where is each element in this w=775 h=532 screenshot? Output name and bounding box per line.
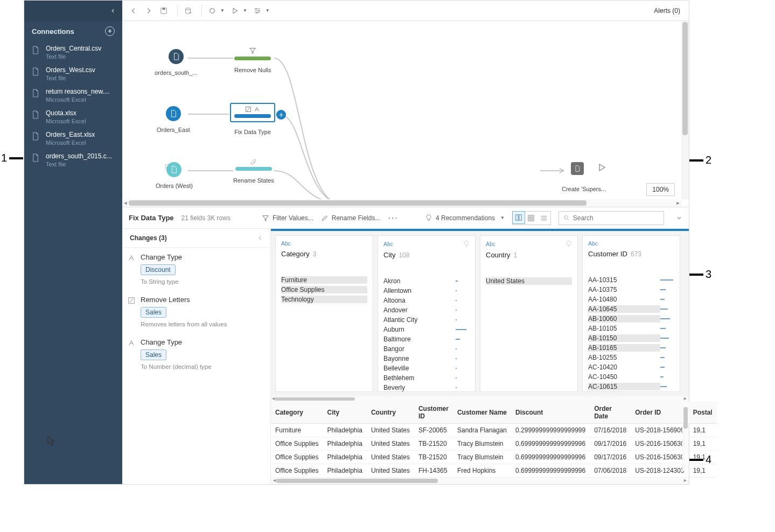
flow-horizontal-scrollbar[interactable]: ◄ ► — [122, 199, 681, 207]
settings-sliders-icon[interactable] — [252, 5, 263, 17]
profile-value[interactable]: Bethlehem — [383, 373, 470, 383]
scroll-right-icon[interactable]: ► — [675, 199, 681, 207]
cards-horizontal-scrollbar[interactable]: ◄ ► — [271, 396, 689, 402]
profile-value[interactable]: AA-10645 — [588, 304, 674, 314]
sidebar-collapse-button[interactable] — [24, 1, 122, 21]
profile-value[interactable]: AB-10150 — [588, 333, 674, 343]
profile-value[interactable]: Altoona — [383, 296, 470, 305]
grid-header[interactable]: Customer Name — [453, 402, 511, 424]
flow-pane[interactable]: orders_south_... Remove Nulls Orders_Eas… — [122, 21, 689, 207]
profile-value[interactable]: Akron — [383, 276, 470, 286]
profile-value[interactable]: United States — [486, 276, 572, 286]
run-output-icon[interactable] — [597, 162, 606, 173]
search-input[interactable] — [573, 214, 659, 222]
profile-value[interactable]: Bayonne — [383, 354, 470, 363]
profile-card-country[interactable]: Abc Country1 United States — [480, 235, 578, 392]
filter-values-button[interactable]: Filter Values... — [262, 214, 313, 222]
flow-step-fix-data-type[interactable]: Fix Data Type — [230, 103, 275, 135]
profile-value[interactable]: Belleville — [383, 363, 470, 373]
profile-value[interactable]: Auburn — [383, 325, 470, 334]
chevron-left-icon[interactable] — [257, 235, 263, 241]
table-row[interactable]: FurniturePhiladelphiaUnited StatesSF-200… — [271, 424, 717, 437]
search-box[interactable] — [558, 211, 664, 225]
save-icon[interactable] — [158, 5, 170, 17]
flow-input-orders-west[interactable]: Orders (West) — [156, 162, 193, 189]
connection-item[interactable]: Orders_Central.csv Text file — [24, 41, 122, 63]
table-row[interactable]: Office SuppliesPhiladelphiaUnited States… — [271, 437, 717, 451]
grid-horizontal-scrollbar[interactable]: ◄ ► — [271, 478, 689, 484]
grid-header[interactable]: Order Date — [590, 402, 631, 424]
profile-value[interactable]: AB-10165 — [588, 343, 674, 353]
connection-item[interactable]: return reasons_new.... Microsoft Excel — [24, 85, 122, 106]
flow-step-remove-nulls[interactable]: Remove Nulls — [234, 47, 271, 73]
grid-header[interactable]: City — [323, 402, 367, 424]
profile-value[interactable]: Beverly — [383, 383, 470, 391]
grid-view-button[interactable] — [537, 212, 550, 225]
profile-value[interactable]: Andover — [383, 305, 470, 315]
connection-item[interactable]: Orders_West.csv Text file — [24, 63, 122, 85]
profile-value[interactable]: AC-10615 — [588, 382, 674, 391]
rename-fields-button[interactable]: Rename Fields... — [321, 214, 381, 222]
profile-value[interactable]: AB-10105 — [588, 324, 674, 333]
profile-value[interactable]: AC-10420 — [588, 362, 674, 372]
profile-value[interactable]: AA-10375 — [588, 285, 674, 295]
profile-card-category[interactable]: Abc Category3 FurnitureOffice SuppliesTe… — [275, 235, 373, 392]
collapse-profile-button[interactable] — [676, 215, 682, 221]
profile-card-city[interactable]: Abc City108 AkronAllentownAltoonaAndover… — [378, 235, 476, 392]
profile-value[interactable]: AA-10480 — [588, 295, 674, 304]
profile-value[interactable]: Allentown — [383, 286, 470, 296]
connection-item[interactable]: Orders_East.xlsx Microsoft Excel — [24, 128, 122, 149]
connect-data-icon[interactable] — [182, 5, 194, 17]
change-item[interactable]: Change Type Sales To Number (decimal) ty… — [122, 333, 270, 375]
table-row[interactable]: Office SuppliesPhiladelphiaUnited States… — [271, 464, 717, 478]
profile-value[interactable]: Office Supplies — [281, 285, 367, 295]
scroll-left-icon[interactable]: ◄ — [122, 199, 129, 207]
profile-value[interactable]: Bangor — [383, 344, 470, 354]
change-item[interactable]: Change Type Discount To String type — [122, 248, 270, 290]
nav-back-icon[interactable] — [128, 5, 139, 17]
refresh-dropdown[interactable]: ▼ — [220, 8, 225, 13]
grid-header[interactable]: Discount — [511, 402, 590, 424]
profile-card-customer_id[interactable]: Abc Customer ID673 AA-10315AA-10375AA-10… — [582, 235, 680, 392]
flow-vertical-scrollbar[interactable] — [681, 21, 689, 199]
grid-header[interactable]: Country — [367, 402, 414, 424]
grid-header[interactable]: Postal — [689, 402, 717, 424]
data-grid[interactable]: CategoryCityCountryCustomer IDCustomer N… — [271, 402, 717, 478]
alerts-link[interactable]: Alerts (0) — [654, 7, 683, 15]
connection-item[interactable]: orders_south_2015.c... Text file — [24, 149, 122, 171]
profile-value[interactable]: AC-10450 — [588, 372, 674, 382]
grid-vertical-scrollbar[interactable] — [682, 402, 689, 471]
lightbulb-icon[interactable] — [565, 240, 572, 248]
grid-header[interactable]: Category — [271, 402, 323, 424]
profile-value[interactable]: Baltimore — [383, 334, 470, 344]
grid-header[interactable]: Order ID — [631, 402, 688, 424]
flow-step-rename-states[interactable]: Rename States — [233, 159, 274, 184]
add-connection-button[interactable]: + — [105, 26, 115, 36]
connection-item[interactable]: Quota.xlsx Microsoft Excel — [24, 106, 122, 128]
profile-value[interactable]: Atlantic City — [383, 315, 470, 325]
table-row[interactable]: Office SuppliesPhiladelphiaUnited States… — [271, 451, 717, 464]
flow-output-create-extract[interactable]: Create 'Supers... — [562, 162, 606, 192]
run-dropdown[interactable]: ▼ — [243, 8, 247, 13]
profile-view-button[interactable] — [512, 211, 525, 224]
nav-forward-icon[interactable] — [143, 5, 155, 17]
zoom-level[interactable]: 100% — [646, 183, 675, 196]
recommendations-button[interactable]: 4 Recommendations ▼ — [425, 214, 505, 222]
change-item[interactable]: Remove Letters Sales Removes letters fro… — [122, 290, 270, 333]
run-flow-icon[interactable] — [229, 5, 241, 17]
profile-value[interactable]: Furniture — [281, 275, 367, 285]
flow-input-orders-east[interactable]: Orders_East — [157, 106, 190, 133]
more-options-button[interactable]: ··· — [388, 213, 398, 223]
profile-value[interactable]: AA-10315 — [588, 275, 674, 285]
flow-input-orders-south[interactable]: orders_south_... — [155, 49, 198, 76]
settings-dropdown[interactable]: ▼ — [266, 8, 270, 13]
add-step-button[interactable]: + — [276, 110, 286, 120]
refresh-icon[interactable] — [206, 5, 218, 17]
profile-cards-strip[interactable]: Abc Category3 FurnitureOffice SuppliesTe… — [271, 229, 689, 396]
list-view-button[interactable] — [525, 212, 537, 225]
profile-value[interactable]: AB-10060 — [588, 314, 674, 324]
grid-header[interactable]: Customer ID — [414, 402, 453, 424]
lightbulb-icon[interactable] — [463, 240, 470, 248]
profile-value[interactable]: AB-10255 — [588, 353, 674, 362]
profile-value[interactable]: Technology — [281, 295, 367, 304]
